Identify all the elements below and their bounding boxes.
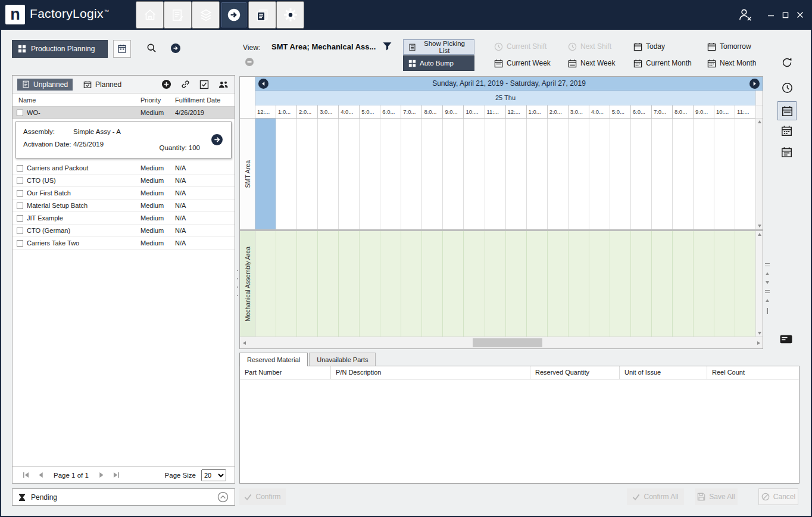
documents-icon[interactable] xyxy=(248,1,276,29)
schedule-cell[interactable] xyxy=(380,119,401,229)
time-slot-header[interactable]: 10:... xyxy=(714,105,735,118)
schedule-cell[interactable] xyxy=(380,231,401,337)
schedule-cell[interactable] xyxy=(443,119,464,229)
column-header[interactable]: Unit of Issue xyxy=(620,366,707,379)
smt-vertical-scrollbar[interactable] xyxy=(755,119,763,229)
day-header[interactable]: 25 Thu xyxy=(255,91,755,105)
schedule-cell[interactable] xyxy=(589,119,610,229)
schedule-work-order-button[interactable] xyxy=(211,133,223,146)
panel-splitter[interactable] xyxy=(236,270,239,296)
schedule-cell[interactable] xyxy=(714,231,735,337)
save-all-button[interactable]: Save All xyxy=(695,488,738,505)
schedule-cell[interactable] xyxy=(714,119,735,229)
next-page-button[interactable] xyxy=(97,471,107,480)
work-order-row[interactable]: Carriers and Packout Medium N/A xyxy=(13,162,235,175)
scroll-right-arrow[interactable] xyxy=(754,337,763,348)
shift-view-icon[interactable] xyxy=(782,82,793,94)
last-page-button[interactable] xyxy=(112,471,121,480)
schedule-cell[interactable] xyxy=(610,119,631,229)
show-picking-list-button[interactable]: Show Picking List xyxy=(403,39,474,55)
row-checkbox[interactable] xyxy=(17,203,23,209)
details-panel-toggle-icon[interactable] xyxy=(780,335,792,344)
assign-users-icon[interactable] xyxy=(217,80,230,89)
maximize-button[interactable] xyxy=(782,12,789,18)
schedule-cell[interactable] xyxy=(506,231,527,337)
time-slot-header[interactable]: 7:0... xyxy=(401,105,422,118)
tab-unavailable-parts[interactable]: Unavailable Parts xyxy=(309,353,376,366)
materials-stack-icon[interactable] xyxy=(192,1,220,29)
column-header[interactable]: Reserved Quantity xyxy=(530,366,620,379)
schedule-horizontal-scrollbar[interactable] xyxy=(240,337,763,348)
time-slot-header[interactable]: 4:0... xyxy=(339,105,360,118)
schedule-cell[interactable] xyxy=(422,231,443,337)
schedule-cell[interactable] xyxy=(673,119,694,229)
schedule-cell[interactable] xyxy=(485,231,506,337)
add-work-order-icon[interactable] xyxy=(160,79,173,89)
time-slot-header[interactable]: 6:0... xyxy=(380,105,401,118)
schedule-cell[interactable] xyxy=(652,119,673,229)
row-checkbox[interactable] xyxy=(17,190,23,197)
schedule-cell[interactable] xyxy=(610,231,631,337)
production-planning-button[interactable]: Production Planning xyxy=(12,40,108,58)
work-order-row-selected[interactable]: WO- Medium 4/26/2019 xyxy=(13,107,235,119)
schedule-cell[interactable] xyxy=(569,119,589,229)
time-slot-header[interactable]: 10:... xyxy=(464,105,485,118)
filter-icon[interactable] xyxy=(382,41,392,51)
schedule-cell[interactable] xyxy=(339,119,360,229)
next-week-button[interactable]: Next Week xyxy=(568,59,633,68)
time-slot-header[interactable]: 2:0... xyxy=(548,105,569,118)
previous-page-button[interactable] xyxy=(36,471,45,480)
work-order-row[interactable]: JIT Example Medium N/A xyxy=(13,212,235,225)
column-name[interactable]: Name xyxy=(18,96,140,104)
schedule-cell[interactable] xyxy=(527,231,548,337)
schedule-cell[interactable] xyxy=(694,119,714,229)
first-page-button[interactable] xyxy=(21,471,30,480)
column-priority[interactable]: Priority xyxy=(140,96,175,104)
next-shift-button[interactable]: Next Shift xyxy=(568,42,633,51)
minimize-button[interactable] xyxy=(767,11,774,18)
goto-icon[interactable] xyxy=(170,43,181,54)
schedule-cell[interactable] xyxy=(506,119,527,229)
planner-board-button[interactable] xyxy=(113,40,131,58)
schedule-cell[interactable] xyxy=(569,231,589,337)
tab-reserved-material[interactable]: Reserved Material xyxy=(239,353,308,366)
schedule-cell[interactable] xyxy=(589,231,610,337)
schedule-cell[interactable] xyxy=(360,119,380,229)
schedule-cell[interactable] xyxy=(464,119,485,229)
time-slot-header[interactable]: 8:0... xyxy=(673,105,694,118)
schedule-cell[interactable] xyxy=(548,231,569,337)
schedule-cell[interactable] xyxy=(318,231,339,337)
home-icon[interactable] xyxy=(136,1,164,29)
row-checkbox[interactable] xyxy=(17,215,23,222)
schedule-cell[interactable] xyxy=(360,231,380,337)
today-button[interactable]: Today xyxy=(633,42,707,51)
current-week-button[interactable]: Current Week xyxy=(494,59,568,68)
time-slot-header[interactable]: 5:0... xyxy=(610,105,631,118)
refresh-icon[interactable] xyxy=(781,57,793,68)
time-slot-header[interactable]: 6:0... xyxy=(631,105,652,118)
time-slot-header[interactable]: 11:... xyxy=(735,105,755,118)
tab-planned[interactable]: Planned xyxy=(79,79,126,91)
time-slot-header[interactable]: 3:0... xyxy=(569,105,589,118)
schedule-cell[interactable] xyxy=(339,231,360,337)
schedule-cell[interactable] xyxy=(694,231,714,337)
month-view-icon[interactable] xyxy=(781,125,792,136)
schedule-cell[interactable] xyxy=(422,119,443,229)
time-slot-header[interactable]: 9:0... xyxy=(694,105,714,118)
schedule-cell[interactable] xyxy=(735,231,755,337)
schedule-cell[interactable] xyxy=(631,119,652,229)
schedule-cell[interactable] xyxy=(297,231,318,337)
expand-pending-icon[interactable] xyxy=(217,491,229,503)
current-month-button[interactable]: Current Month xyxy=(633,59,707,68)
current-shift-button[interactable]: Current Shift xyxy=(494,42,568,51)
work-order-row[interactable]: Our First Batch Medium N/A xyxy=(13,187,235,200)
close-button[interactable] xyxy=(797,11,804,18)
time-slot-header[interactable]: 12:... xyxy=(255,105,276,118)
work-order-row[interactable]: CTO (US) Medium N/A xyxy=(13,175,235,187)
previous-range-button[interactable] xyxy=(258,79,268,89)
time-slot-header[interactable]: 2:0... xyxy=(297,105,318,118)
link-icon[interactable] xyxy=(179,79,192,89)
schedule-cell[interactable] xyxy=(443,231,464,337)
schedule-cell[interactable] xyxy=(548,119,569,229)
schedule-cell[interactable] xyxy=(276,231,297,337)
